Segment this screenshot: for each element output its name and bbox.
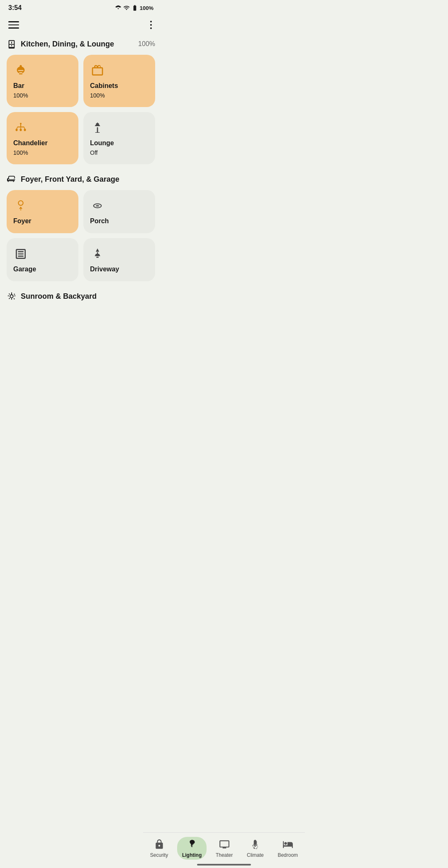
card-lounge-status: Off: [90, 149, 149, 156]
section-kitchen-grid: Bar 100% Cabinets 100%: [7, 55, 155, 164]
battery-percent: 100%: [140, 5, 153, 11]
card-foyer-name: Foyer: [13, 217, 72, 225]
sun-icon: [7, 291, 17, 301]
card-cabinets[interactable]: Cabinets 100%: [83, 55, 155, 107]
card-bar-name: Bar: [13, 82, 72, 90]
status-time: 3:54: [8, 4, 22, 12]
svg-point-6: [16, 129, 18, 131]
status-icons: 100%: [115, 5, 153, 11]
section-kitchen-percent: 100%: [138, 40, 155, 48]
section-sunroom: Sunroom & Backyard: [7, 291, 155, 301]
section-sunroom-title: Sunroom & Backyard: [21, 292, 97, 301]
card-garage-name: Garage: [13, 266, 72, 273]
svg-point-7: [20, 129, 22, 131]
cabinet-light-icon: [90, 63, 105, 78]
fridge-icon: [7, 39, 17, 49]
card-driveway-name: Driveway: [90, 266, 149, 273]
card-lounge-name: Lounge: [90, 139, 149, 147]
svg-point-0: [20, 123, 22, 124]
card-chandelier-status: 100%: [13, 149, 72, 156]
hamburger-menu-button[interactable]: [8, 21, 19, 29]
section-kitchen: Kitchen, Dining, & Lounge 100% Bar 100%: [7, 39, 155, 164]
section-foyer-header: Foyer, Front Yard, & Garage: [7, 174, 155, 184]
battery-icon: [131, 5, 138, 11]
card-cabinets-status: 100%: [90, 92, 149, 99]
section-kitchen-title-group: Kitchen, Dining, & Lounge: [7, 39, 114, 49]
section-kitchen-header: Kitchen, Dining, & Lounge 100%: [7, 39, 155, 49]
more-options-button[interactable]: [149, 19, 153, 31]
card-chandelier[interactable]: Chandelier 100%: [7, 112, 78, 164]
garage-door-icon: [13, 246, 28, 261]
card-porch-name: Porch: [90, 217, 149, 225]
section-sunroom-title-group: Sunroom & Backyard: [7, 291, 97, 301]
svg-point-10: [96, 205, 99, 206]
card-porch[interactable]: Porch: [83, 190, 155, 233]
pendant-light-icon: [13, 63, 28, 78]
section-sunroom-header: Sunroom & Backyard: [7, 291, 155, 301]
card-cabinets-name: Cabinets: [90, 82, 149, 90]
svg-point-8: [24, 129, 26, 131]
status-bar: 3:54 100%: [0, 0, 162, 14]
card-bar[interactable]: Bar 100%: [7, 55, 78, 107]
porch-light-icon: [90, 198, 105, 213]
card-driveway[interactable]: Driveway: [83, 238, 155, 281]
main-content: Kitchen, Dining, & Lounge 100% Bar 100%: [0, 36, 162, 353]
section-foyer-title: Foyer, Front Yard, & Garage: [21, 175, 119, 184]
section-foyer-grid: Foyer Porch Garage: [7, 190, 155, 281]
card-chandelier-name: Chandelier: [13, 139, 72, 147]
ceiling-light-icon: [13, 198, 28, 213]
driveway-light-icon: [90, 246, 105, 261]
card-foyer[interactable]: Foyer: [7, 190, 78, 233]
floor-lamp-icon: [90, 120, 105, 135]
top-bar: [0, 14, 162, 36]
section-kitchen-title: Kitchen, Dining, & Lounge: [21, 40, 114, 49]
card-bar-status: 100%: [13, 92, 72, 99]
wifi-icon: [115, 5, 122, 11]
chandelier-icon: [13, 120, 28, 135]
section-foyer: Foyer, Front Yard, & Garage Foyer: [7, 174, 155, 281]
couch-icon: [7, 174, 17, 184]
card-lounge[interactable]: Lounge Off: [83, 112, 155, 164]
section-foyer-title-group: Foyer, Front Yard, & Garage: [7, 174, 119, 184]
card-garage[interactable]: Garage: [7, 238, 78, 281]
signal-icon: [123, 5, 130, 11]
